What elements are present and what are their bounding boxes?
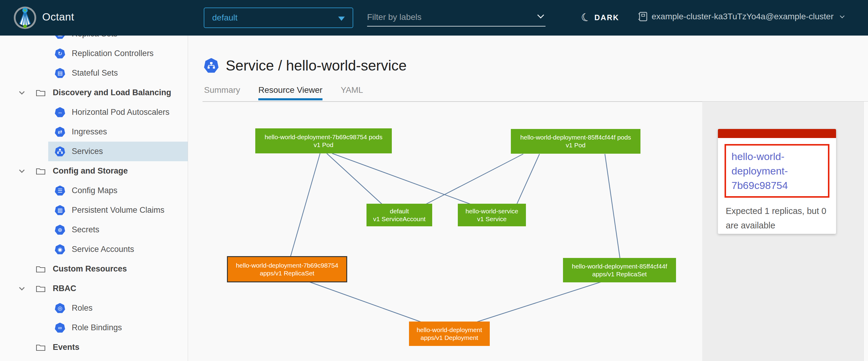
- cluster-context-label: example-cluster-ka3TuTzYo4a@example-clus…: [652, 12, 834, 22]
- graph-edge: [517, 154, 539, 204]
- sidebar-item-services[interactable]: Services: [0, 142, 188, 161]
- node-name: hello-world-deployment-85ff4cf44f: [563, 262, 676, 270]
- stateful-sets-icon: ▤: [55, 68, 65, 78]
- replica-warning-message: Expected 1 replicas, but 0 are available: [726, 204, 828, 233]
- folder-icon: [36, 89, 45, 97]
- moon-icon: ☾: [580, 10, 592, 25]
- page-title-row: Service / hello-world-service: [204, 57, 407, 74]
- horizontal-pod-autoscalers-icon: ⇔: [55, 107, 65, 118]
- graph-node-replicaset-7b69c98754[interactable]: hello-world-deployment-7b69c98754 apps/v…: [227, 256, 347, 282]
- tab-summary[interactable]: Summary: [204, 85, 240, 100]
- cluster-context-menu[interactable]: example-cluster-ka3TuTzYo4a@example-clus…: [638, 11, 843, 22]
- persistent-volume-claims-icon: ▥: [55, 205, 65, 216]
- graph-node-hello-world-service[interactable]: hello-world-service v1 Service: [458, 204, 526, 226]
- sidebar-item-config-maps[interactable]: ☰ Config Maps: [0, 181, 188, 200]
- ingresses-icon: ⇄: [55, 127, 65, 137]
- sidebar-item-replication-controllers[interactable]: ↻ Replication Controllers: [0, 44, 188, 63]
- graph-edge: [426, 154, 523, 204]
- label-filter-input[interactable]: [367, 8, 546, 26]
- folder-icon: [36, 343, 45, 351]
- octant-logo: [13, 6, 37, 30]
- detail-panel: hello-world-deployment-7b69c98754 Expect…: [702, 102, 868, 361]
- graph-edge: [290, 153, 320, 256]
- namespace-dropdown-value: default: [212, 13, 238, 23]
- sidebar-item-replica-sets[interactable]: ▣ Replica Sets: [0, 36, 188, 44]
- graph-edge: [332, 153, 470, 204]
- graph-edge: [327, 153, 382, 204]
- app-header: Octant default ☾ DARK example-cluster-ka…: [0, 0, 868, 36]
- sidebar-group-config-and-storage[interactable]: Config and Storage: [0, 161, 188, 181]
- graph-node-deployment[interactable]: hello-world-deployment apps/v1 Deploymen…: [409, 322, 490, 346]
- node-kind: apps/v1 Deployment: [409, 334, 490, 342]
- replication-controllers-icon: ↻: [55, 48, 65, 59]
- resource-alert-box: hello-world-deployment-7b69c98754: [724, 144, 830, 198]
- cluster-icon: [638, 11, 647, 22]
- sidebar-group-rbac[interactable]: RBAC: [0, 279, 188, 298]
- folder-icon: [36, 167, 45, 175]
- node-name: hello-world-deployment-7b69c98754 pods: [255, 133, 392, 141]
- service-icon: [204, 58, 218, 73]
- octant-app: { "header": { "app_name": "Octant", "nam…: [0, 0, 868, 361]
- namespace-dropdown[interactable]: default: [204, 7, 353, 28]
- chevron-down-icon[interactable]: [19, 285, 24, 290]
- node-kind: apps/v1 ReplicaSet: [228, 269, 346, 277]
- scrollbar-track[interactable]: [864, 102, 868, 361]
- chevron-down-icon[interactable]: [19, 89, 24, 94]
- node-name: hello-world-deployment: [409, 326, 490, 334]
- folder-icon: [36, 285, 45, 293]
- sidebar: ▣ Replica Sets ↻ Replication Controllers…: [0, 36, 188, 361]
- sidebar-item-stateful-sets[interactable]: ▤ Stateful Sets: [0, 63, 188, 83]
- theme-toggle-label: DARK: [594, 13, 619, 22]
- sidebar-item-horizontal-pod-autoscalers[interactable]: ⇔ Horizontal Pod Autoscalers: [0, 102, 188, 122]
- resource-link[interactable]: hello-world-deployment-7b69c98754: [732, 149, 823, 193]
- graph-edge: [605, 154, 620, 258]
- sidebar-item-service-accounts[interactable]: ◉ Service Accounts: [0, 239, 188, 259]
- sidebar-item-ingresses[interactable]: ⇄ Ingresses: [0, 122, 188, 142]
- node-name: hello-world-deployment-7b69c98754: [228, 262, 346, 269]
- graph-edge: [310, 282, 421, 322]
- caret-down-icon: [338, 17, 345, 21]
- services-icon: [55, 146, 65, 157]
- sidebar-item-role-bindings[interactable]: ∞ Role Bindings: [0, 318, 188, 337]
- sidebar-group-events[interactable]: Events: [0, 337, 188, 357]
- secrets-icon: ⊛: [55, 225, 65, 235]
- node-name: hello-world-deployment-85ff4cf44f pods: [511, 133, 641, 141]
- role-bindings-icon: ∞: [55, 323, 65, 333]
- tab-bar: Summary Resource Viewer YAML: [204, 85, 380, 100]
- replica-sets-icon: ▣: [55, 36, 65, 39]
- folder-icon: [36, 265, 45, 273]
- label-filter: [367, 8, 546, 27]
- theme-toggle-button[interactable]: ☾ DARK: [581, 11, 619, 24]
- roles-icon: ◎: [55, 303, 65, 314]
- node-kind: apps/v1 ReplicaSet: [563, 270, 676, 278]
- graph-node-default-serviceaccount[interactable]: default v1 ServiceAccount: [367, 204, 432, 226]
- card-status-bar: [718, 129, 836, 138]
- sidebar-group-discovery-and-load-balancing[interactable]: Discovery and Load Balancing: [0, 83, 188, 102]
- sidebar-item-roles[interactable]: ◎ Roles: [0, 298, 188, 318]
- graph-node-pods-7b69c98754[interactable]: hello-world-deployment-7b69c98754 pods v…: [255, 128, 392, 153]
- graph-node-replicaset-85ff4cf44f[interactable]: hello-world-deployment-85ff4cf44f apps/v…: [563, 258, 676, 282]
- tab-yaml[interactable]: YAML: [341, 85, 363, 100]
- tab-resource-viewer[interactable]: Resource Viewer: [258, 85, 322, 100]
- chevron-down-icon[interactable]: [19, 167, 24, 173]
- graph-edge: [477, 282, 601, 322]
- node-kind: v1 Service: [458, 215, 526, 223]
- sidebar-item-secrets[interactable]: ⊛ Secrets: [0, 220, 188, 239]
- sidebar-group-custom-resources[interactable]: Custom Resources: [0, 259, 188, 279]
- config-maps-icon: ☰: [55, 186, 65, 196]
- node-kind: v1 ServiceAccount: [367, 215, 432, 223]
- selected-resource-card: hello-world-deployment-7b69c98754 Expect…: [718, 129, 836, 234]
- node-kind: v1 Pod: [511, 141, 641, 149]
- page-title: Service / hello-world-service: [226, 57, 407, 74]
- node-kind: v1 Pod: [255, 141, 392, 149]
- node-name: default: [367, 207, 432, 215]
- sidebar-item-persistent-volume-claims[interactable]: ▥ Persistent Volume Claims: [0, 200, 188, 220]
- graph-node-pods-85ff4cf44f[interactable]: hello-world-deployment-85ff4cf44f pods v…: [511, 129, 641, 154]
- node-name: hello-world-service: [458, 207, 526, 215]
- chevron-down-icon: [840, 13, 844, 18]
- service-accounts-icon: ◉: [55, 244, 65, 255]
- app-title: Octant: [42, 11, 74, 23]
